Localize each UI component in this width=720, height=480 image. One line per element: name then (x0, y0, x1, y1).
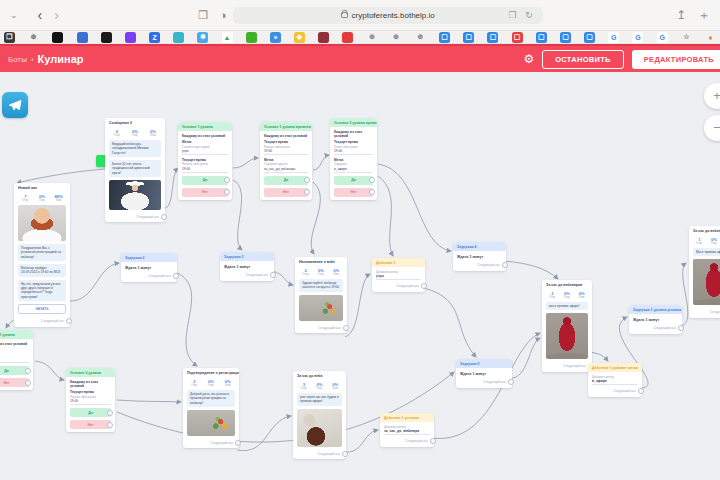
message-bubble: Здравствуйте! вебинар начнется сегодня в… (299, 279, 343, 292)
stat-1: 0%Откр. (560, 291, 575, 299)
yes-port[interactable] (304, 177, 310, 183)
card-delay-4[interactable]: Задержка 4Ждать 1 минутСледующий шаг (453, 242, 506, 271)
message-bubble: Ну что, предлагаем узнать друг друга пол… (18, 280, 66, 301)
next-step-link[interactable]: Следующий шаг (318, 326, 341, 330)
card-action-3[interactable]: Действие 1 добавит меткиДобавить меткув_… (588, 363, 642, 397)
stat-label: Отпр. (296, 387, 312, 390)
yes-button[interactable]: Да (0, 366, 29, 375)
card-action-1[interactable]: Действие 1Добавить меткуутроСледующий ша… (372, 258, 425, 292)
stat-2: 0%Клик (574, 291, 589, 299)
next-step-link[interactable]: Следующий шаг (41, 319, 64, 323)
yes-port[interactable] (25, 368, 31, 374)
no-button[interactable]: Нет (70, 420, 111, 429)
webinar-reminder-out-port[interactable] (343, 325, 349, 331)
delay-3-out-port[interactable] (270, 272, 276, 278)
stat-label: Отпр. (298, 273, 313, 276)
next-step-link[interactable]: Следующий шаг (613, 389, 636, 393)
card-condition-2[interactable]: Условие 1 уровня времениКаждому из этих … (260, 122, 312, 200)
yes-button[interactable]: Да (70, 408, 111, 417)
next-step-link[interactable]: Следующий шаг (317, 452, 340, 456)
stat-0: 2Отпр. (298, 268, 313, 276)
telegram-icon[interactable] (2, 92, 28, 118)
zoom-in-button[interactable]: + (704, 83, 720, 109)
action-3-out-port[interactable] (638, 388, 644, 394)
card-delay-3[interactable]: Задержка 3Ждать 1 минутСледующий шаг (220, 252, 274, 281)
no-port[interactable] (369, 189, 375, 195)
no-port[interactable] (107, 422, 113, 428)
field-operator: Позже либо равно (334, 145, 373, 149)
field-operator: Раньше либо равно (182, 162, 228, 166)
card-delay-5[interactable]: Задержка 5Ждать 1 минутСледующий шаг (456, 359, 512, 388)
no-port[interactable] (25, 380, 31, 386)
yes-port[interactable] (369, 177, 375, 183)
next-step-link[interactable]: Следующий шаг (563, 364, 586, 368)
field-label: Текущее время (264, 140, 308, 144)
next-step-link[interactable]: Следующий шаг (405, 439, 428, 443)
woman-photo (546, 313, 588, 359)
no-button[interactable]: Нет (182, 188, 228, 197)
delay-4-out-port[interactable] (502, 262, 508, 268)
action-1-out-port[interactable] (421, 283, 427, 289)
bowl-photo (297, 409, 342, 447)
no-button[interactable]: Нет (0, 378, 29, 387)
no-port[interactable] (304, 189, 310, 195)
registration-confirm-out-port[interactable] (235, 440, 241, 446)
webinar-reminder-footer: Следующий шаг (295, 324, 347, 334)
new-step-out-port[interactable] (66, 318, 72, 324)
yes-port[interactable] (224, 177, 230, 183)
card-new-step[interactable]: Новый шаг7Отпр.0%Откр.88%КликПоздравляем… (14, 183, 70, 327)
yes-button[interactable]: Да (334, 176, 373, 185)
yes-button[interactable]: Да (182, 176, 228, 185)
card-hour-before-web[interactable]: За час до веба3Отпр.0%Откр.0%Кликуже чер… (293, 371, 346, 459)
card-delay-6[interactable]: Задержка 1 уровня условияЖдать 1 минутСл… (629, 305, 682, 334)
hour-before-web-out-port[interactable] (342, 451, 348, 457)
field-value: 19:00 (70, 399, 111, 405)
next-step-link[interactable]: Следующий шаг (396, 284, 419, 288)
delay-6-out-port[interactable] (678, 325, 684, 331)
condition-field: Текущее времяПозже либо равно19:00 (330, 140, 377, 155)
yes-button[interactable]: Да (264, 176, 308, 185)
new-step-footer: Следующий шаг (14, 317, 70, 327)
button-bubble[interactable]: НАЧАТЬ (18, 304, 66, 314)
card-on-air-2[interactable]: За час до вебинаров1Отпр.0%Откр.0%КликМы… (689, 226, 720, 318)
next-step-link[interactable]: Следующий шаг (483, 380, 506, 384)
no-button[interactable]: Нет (334, 188, 373, 197)
man-photo (18, 205, 66, 241)
delay-duration: Ждать 1 минут (629, 314, 682, 324)
card-webinar-reminder[interactable]: Напоминание о вебе2Отпр.0%Откр.0%КликЗдр… (295, 257, 347, 333)
card-condition-1[interactable]: Условие 1 уровняКаждому из этих условийМ… (178, 122, 232, 200)
veggies-photo (299, 295, 343, 321)
next-step-link[interactable]: Следующий шаг (710, 310, 720, 314)
next-step-link[interactable]: Следующий шаг (148, 274, 171, 278)
card-condition-3[interactable]: Условие 2 уровня времениКаждому из этих … (330, 118, 377, 200)
next-step-link[interactable]: Следующий шаг (136, 215, 159, 219)
delay-5-out-port[interactable] (508, 379, 514, 385)
card-condition-5[interactable]: Условие 2 уровняКаждому из этих условийТ… (66, 368, 115, 432)
delay-2-out-port[interactable] (173, 273, 179, 279)
action-2-out-port[interactable] (430, 438, 436, 444)
card-delay-2[interactable]: Задержка 2Ждать 1 минутСледующий шаг (121, 253, 177, 282)
next-step-link[interactable]: Следующий шаг (477, 263, 500, 267)
next-step-link[interactable]: Следующий шаг (210, 441, 233, 445)
card-title: За час до вебинаров (542, 280, 592, 289)
field-operator: Раньше либо равно (70, 395, 111, 399)
field-operator: Соответствует одной (182, 145, 228, 149)
zoom-out-button[interactable]: − (704, 115, 720, 141)
card-registration-confirm[interactable]: Подтверждение о регистрации2Отпр.0%Откр.… (183, 368, 239, 448)
message-2-out-port[interactable] (161, 214, 167, 220)
card-title: Сообщение 2 (105, 118, 165, 127)
card-message-2[interactable]: Сообщение 26Отпр.0%Откр.0%КликВедущий ве… (105, 118, 165, 222)
field-operator: Содержит (0, 353, 29, 357)
condition-intro: Каждому из этих условий (178, 131, 232, 140)
no-button[interactable]: Нет (264, 188, 308, 197)
card-on-air[interactable]: За час до вебинаров2Отпр.0%Откр.0%Кликмы… (542, 280, 592, 372)
card-condition-4[interactable]: Условие 1 уровняКаждому из этих условийМ… (0, 330, 33, 390)
card-action-2[interactable]: Действие 1 условияДобавить меткуза_час_д… (380, 413, 434, 447)
field-value: в_эфире (334, 167, 373, 173)
yes-port[interactable] (107, 410, 113, 416)
no-port[interactable] (224, 189, 230, 195)
action-1-footer: Следующий шаг (372, 282, 425, 292)
next-step-link[interactable]: Следующий шаг (245, 273, 268, 277)
next-step-link[interactable]: Следующий шаг (653, 326, 676, 330)
action-2-footer: Следующий шаг (380, 437, 434, 447)
